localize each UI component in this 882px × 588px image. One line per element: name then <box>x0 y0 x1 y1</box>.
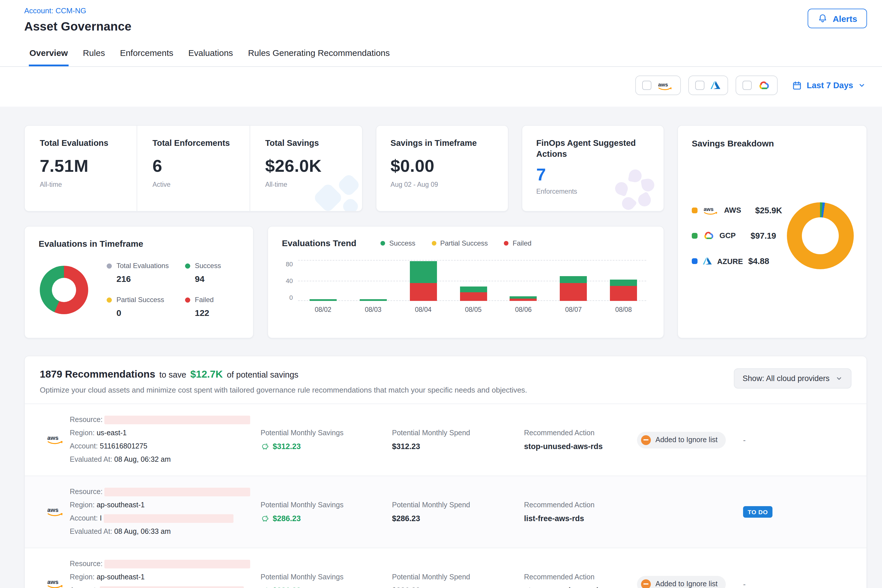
stat-caption: Aug 02 - Aug 09 <box>390 181 501 188</box>
resource-info: Resource: Region: ap-southeast-1 Account… <box>70 558 261 588</box>
action-column: Recommended Action list-free-aws-rds <box>524 501 637 523</box>
savings-column: Potential Monthly Savings $312.23 <box>261 429 392 451</box>
stat-total-enforcements: Total Enforcements 6 Active <box>137 126 250 211</box>
action-label: Recommended Action <box>524 573 637 581</box>
evaluated-label: Evaluated At: <box>70 455 112 464</box>
page-title: Asset Governance <box>24 20 131 33</box>
recommendations-subtitle: Optimize your cloud assets and minimize … <box>40 386 527 394</box>
tab-overview[interactable]: Overview <box>29 39 68 66</box>
legend-label: Success <box>389 239 416 247</box>
ignore-list-chip[interactable]: Added to Ignore list <box>637 576 726 588</box>
spend-label: Potential Monthly Spend <box>392 573 524 581</box>
aws-icon <box>45 505 70 519</box>
spend-label: Potential Monthly Spend <box>392 501 524 509</box>
account-value: 511616801275 <box>100 442 147 450</box>
legend-dot <box>692 207 698 213</box>
aws-icon <box>45 433 70 447</box>
status-label: Added to Ignore list <box>656 436 717 444</box>
account-link[interactable]: Account: CCM-NG <box>24 6 86 15</box>
recommendation-row[interactable]: Resource: Region: us-east-1 Account: 511… <box>25 404 866 476</box>
provider-filter-gcp[interactable] <box>736 75 778 95</box>
breakdown-azure: AZURE $4.88 <box>692 256 782 266</box>
provider-filter-aws[interactable] <box>636 75 681 95</box>
region-value: us-east-1 <box>96 429 126 437</box>
card-title: Savings Breakdown <box>692 138 854 148</box>
savings-value: $286.23 <box>273 514 301 523</box>
trend-chart: 80400 08/0208/0308/0408/050 <box>282 261 648 313</box>
legend-value: 94 <box>195 274 239 284</box>
evaluated-value: 08 Aug, 06:32 am <box>114 455 171 464</box>
action-column: Recommended Action stop-unused-aws-rds <box>524 429 637 451</box>
action-column: Recommended Action stop-unused-aws-rds <box>524 573 637 588</box>
page-header: Account: CCM-NG Asset Governance Alerts <box>0 0 882 39</box>
action-value: list-free-aws-rds <box>524 514 637 523</box>
chevron-down-icon <box>835 375 843 382</box>
azure-checkbox[interactable] <box>696 81 705 90</box>
breakdown-aws: AWS $25.9K <box>692 205 782 215</box>
stat-caption: Active <box>153 181 243 188</box>
evaluations-trend-card: Evaluations Trend Success Partial Succes… <box>267 226 664 338</box>
aws-checkbox[interactable] <box>642 81 652 90</box>
provider-filter-azure[interactable] <box>688 75 728 95</box>
legend-value: 122 <box>195 308 239 318</box>
evaluations-in-timeframe-card: Evaluations in Timeframe Total Evaluatio… <box>24 226 254 338</box>
tab-rules[interactable]: Rules <box>82 39 105 66</box>
dashboard-content: Total Evaluations 7.51M All-time Total E… <box>0 106 882 588</box>
trend-bars <box>298 261 648 301</box>
account-value: I <box>100 514 102 522</box>
card-title: Evaluations in Timeframe <box>39 238 239 249</box>
stat-value: 6 <box>153 156 243 176</box>
trend-legend-failed: Failed <box>504 239 531 247</box>
tab-rules-generating-recommendations[interactable]: Rules Generating Recommendations <box>247 39 390 66</box>
spend-value: $286.23 <box>392 514 524 523</box>
alerts-button-label: Alerts <box>833 14 857 23</box>
date-range-picker[interactable]: Last 7 Days <box>792 80 866 90</box>
stat-title: FinOps Agent Suggested Actions <box>536 138 637 159</box>
resource-label: Resource: <box>70 416 103 424</box>
azure-icon <box>702 256 712 266</box>
gcp-checkbox[interactable] <box>743 81 752 90</box>
todo-badge: TO DO <box>743 506 772 518</box>
recommendation-row[interactable]: Resource: Region: ap-southeast-1 Account… <box>25 476 866 548</box>
trend-ylabels: 80400 <box>282 261 298 301</box>
calendar-icon <box>792 80 802 90</box>
decorative-shapes <box>314 176 362 211</box>
spend-column: Potential Monthly Spend $286.23 <box>392 501 524 523</box>
aws-icon <box>45 577 70 588</box>
tab-evaluations[interactable]: Evaluations <box>188 39 234 66</box>
recommendations-lead-end: of potential savings <box>227 370 298 380</box>
legend-dot <box>185 297 190 302</box>
action-label: Recommended Action <box>524 429 637 437</box>
savings-label: Potential Monthly Savings <box>261 573 392 581</box>
trend-xlabels: 08/0208/0308/0408/0508/0608/0708/08 <box>298 306 648 313</box>
cloud-provider-filter-dropdown[interactable]: Show: All cloud providers <box>734 368 852 388</box>
region-label: Region: <box>70 429 94 437</box>
legend-dot <box>432 241 436 245</box>
stats-row: Total Evaluations 7.51M All-time Total E… <box>24 125 664 212</box>
evaluated-value: 08 Aug, 06:33 am <box>114 528 171 536</box>
filter-bar: Last 7 Days <box>0 67 882 106</box>
tab-enforcements[interactable]: Enforcements <box>119 39 174 66</box>
finops-agent-card: FinOps Agent Suggested Actions 7 Enforce… <box>522 125 664 212</box>
region-value: ap-southeast-1 <box>96 573 145 581</box>
account-label: Account: <box>70 514 98 522</box>
alerts-button[interactable]: Alerts <box>808 9 867 28</box>
recommendation-row[interactable]: Resource: Region: ap-southeast-1 Account… <box>25 548 866 588</box>
resource-info: Resource: Region: ap-southeast-1 Account… <box>70 485 261 538</box>
ignore-list-chip[interactable]: Added to Ignore list <box>637 432 726 448</box>
spend-label: Potential Monthly Spend <box>392 429 524 437</box>
minus-circle-icon <box>641 435 651 445</box>
provider-savings: $25.9K <box>755 206 782 215</box>
breakdown-gcp: GCP $97.19 <box>692 231 782 240</box>
action-value: stop-unused-aws-rds <box>524 586 637 588</box>
stat-caption: All-time <box>40 181 130 188</box>
redacted-account <box>100 586 244 588</box>
region-label: Region: <box>70 573 94 581</box>
piggy-bank-icon <box>261 514 269 523</box>
legend-dot <box>106 263 112 268</box>
legend-dot <box>692 232 698 238</box>
redacted-resource <box>105 488 250 496</box>
recommendations-header: 1879 Recommendations to save $12.7K of p… <box>40 368 527 394</box>
header-left: Account: CCM-NG Asset Governance <box>24 5 131 33</box>
evaluations-legend: Total Evaluations 216 Success 94 Partial… <box>106 262 239 318</box>
